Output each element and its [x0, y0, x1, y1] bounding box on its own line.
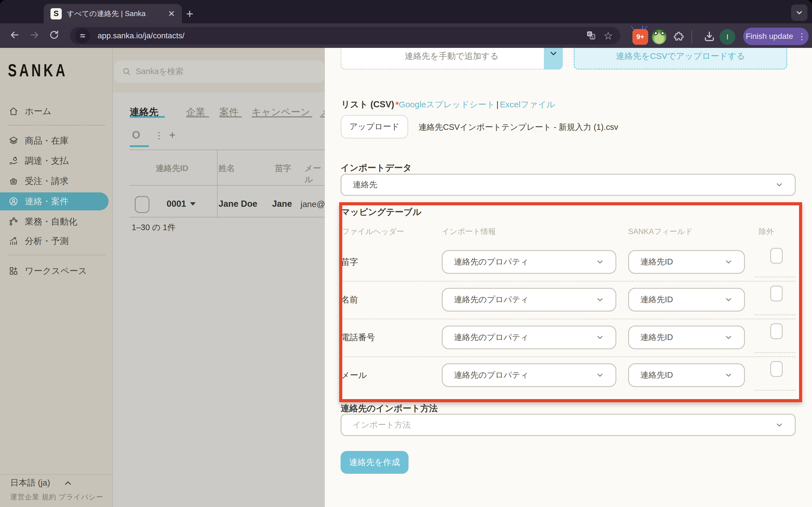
col-header-email[interactable]: メール	[305, 163, 325, 185]
mapping-row-divider	[341, 319, 796, 320]
google-sheet-link[interactable]: Googleスプレッドシート	[399, 100, 495, 109]
layers-icon	[8, 136, 18, 146]
sidebar-item-label: 業務・自動化	[25, 216, 77, 228]
chevron-down-icon	[596, 258, 604, 266]
excel-file-link[interactable]: Excelファイル	[500, 100, 555, 109]
map-row-0-import-info-select[interactable]: 連絡先のプロパティ	[442, 250, 616, 274]
upload-button[interactable]: アップロード	[341, 115, 408, 138]
card-collapse-toggle[interactable]	[544, 48, 563, 69]
upload-csv-card[interactable]: 連絡先をCSVでアップロードする	[574, 48, 787, 69]
import-info-value: 連絡先のプロパティ	[454, 332, 529, 343]
col-header-full-name[interactable]: 姓名	[218, 163, 235, 174]
extension-badge-icon[interactable]: 9+	[632, 29, 648, 45]
browser-menu-dots-icon[interactable]: ⋮	[798, 32, 806, 41]
svg-text:文: 文	[591, 35, 594, 39]
downloads-icon[interactable]	[703, 30, 716, 45]
bookmark-star-icon[interactable]: ☆	[603, 30, 613, 42]
map-row-1-exclude-checkbox[interactable]	[770, 286, 783, 301]
cell-full-name[interactable]: Jane Doe	[218, 199, 257, 209]
import-method-heading: 連絡先のインポート方法	[341, 402, 438, 414]
url-text[interactable]: app.sanka.io/ja/contacts/	[98, 31, 586, 40]
reload-icon[interactable]	[49, 29, 60, 42]
tab-close-icon[interactable]: ✕	[168, 10, 175, 18]
mapping-row-divider	[341, 281, 796, 282]
language-selector[interactable]: 日本語 (ja)	[10, 477, 73, 489]
new-tab-button[interactable]: +	[186, 7, 193, 21]
map-row-2-exclude-checkbox[interactable]	[770, 323, 783, 339]
col-header-contact-id[interactable]: 連絡先ID	[147, 163, 188, 174]
browser-window: S すべての連絡先 | Sanka ✕ + app.sanka.io/ja/co…	[0, 0, 812, 507]
map-row-3-exclude-checkbox[interactable]	[770, 361, 783, 377]
sidebar-item-1[interactable]: 商品・在庫	[0, 132, 113, 150]
add-manually-label: 連絡先を手動で追加する	[405, 50, 499, 62]
import-info-value: 連絡先のプロパティ	[454, 370, 529, 381]
extensions-puzzle-icon[interactable]	[672, 31, 685, 45]
col-file-header: ファイルヘッダー	[342, 226, 404, 237]
url-bar[interactable]: app.sanka.io/ja/contacts/ G文 ☆	[70, 27, 620, 45]
sanka-field-value: 連絡先ID	[640, 332, 673, 343]
sidebar-item-2[interactable]: 調達・支払	[0, 152, 113, 170]
legal-links[interactable]: 運営企業 規約 プライバシー	[10, 492, 103, 502]
link-separator: |	[496, 100, 499, 109]
map-row-3-import-info-select[interactable]: 連絡先のプロパティ	[442, 363, 616, 387]
profile-avatar[interactable]: I	[719, 29, 735, 45]
map-row-3-sanka-field-select[interactable]: 連絡先ID	[628, 363, 745, 387]
sidebar-item-3[interactable]: 受注・請求	[0, 172, 113, 190]
map-row-1-sanka-field-select[interactable]: 連絡先ID	[628, 288, 745, 312]
create-contacts-button[interactable]: 連絡先を作成	[341, 451, 409, 474]
forward-icon[interactable]	[29, 29, 40, 42]
finish-update-button[interactable]: Finish update ⋮	[743, 27, 809, 45]
sidebar-item-label: 受注・請求	[25, 175, 68, 187]
sidebar-item-5[interactable]: 業務・自動化	[0, 213, 113, 231]
sidebar-item-6[interactable]: 分析・予測	[0, 232, 113, 250]
map-row-0-exclude-checkbox[interactable]	[770, 248, 783, 264]
extension-frog-icon[interactable]	[652, 30, 666, 44]
cell-contact-id[interactable]: 0001	[147, 199, 186, 209]
cell-email[interactable]: jane@	[301, 200, 325, 209]
map-row-3-file-header: メール	[341, 370, 367, 381]
import-data-heading: インポートデータ	[341, 162, 412, 174]
exclude-cell-divider	[755, 314, 796, 315]
map-row-2-sanka-field-select[interactable]: 連絡先ID	[628, 326, 745, 349]
chevron-down-icon	[549, 49, 558, 58]
search-placeholder: Sankaを検索	[136, 66, 184, 77]
sidebar-item-7[interactable]: ワークスペース	[0, 262, 113, 280]
add-manually-card[interactable]: 連絡先を手動で追加する	[341, 48, 563, 69]
map-row-2-file-header: 電話番号	[341, 332, 375, 343]
list-csv-label: リスト (CSV)	[341, 100, 394, 109]
upload-csv-label: 連絡先をCSVでアップロードする	[616, 50, 745, 62]
global-search-input[interactable]: Sankaを検索	[114, 60, 324, 83]
workspace-icon	[8, 266, 18, 276]
add-view-button[interactable]: +	[169, 129, 175, 141]
chevron-down-icon	[724, 295, 733, 304]
sidebar-item-label: 商品・在庫	[25, 135, 68, 147]
tab-search-chevron-icon[interactable]	[791, 4, 808, 21]
search-icon	[122, 67, 131, 76]
back-icon[interactable]	[9, 29, 20, 42]
translate-icon[interactable]: G文	[586, 30, 596, 41]
sanka-field-value: 連絡先ID	[640, 370, 673, 381]
sidebar-item-4[interactable]: 連絡・案件	[0, 192, 109, 210]
col-header-first-name[interactable]: 苗字	[275, 163, 291, 174]
sidebar-divider	[8, 125, 105, 126]
table-border	[130, 217, 325, 217]
map-row-2-import-info-select[interactable]: 連絡先のプロパティ	[442, 326, 616, 349]
cell-first-name[interactable]: Jane	[272, 199, 292, 209]
site-settings-icon[interactable]	[75, 28, 90, 43]
map-row-0-sanka-field-select[interactable]: 連絡先ID	[628, 250, 745, 274]
browser-tab[interactable]: S すべての連絡先 | Sanka ✕	[44, 4, 182, 23]
map-row-1-import-info-select[interactable]: 連絡先のプロパティ	[442, 288, 616, 312]
toolbar-separator	[691, 31, 692, 43]
sidebar-footer-divider	[0, 474, 113, 474]
import-method-select[interactable]: インポート方法	[341, 414, 796, 436]
view-tab[interactable]: O	[132, 129, 140, 141]
col-sanka-field: SANKAフィールド	[628, 226, 693, 237]
app-background: SANKA ホーム商品・在庫調達・支払受注・請求連絡・案件業務・自動化分析・予測…	[0, 48, 325, 507]
import-modal: 連絡先を手動で追加する 連絡先をCSVでアップロードする リスト (CSV) *…	[325, 48, 812, 507]
chevron-down-icon	[775, 421, 783, 429]
sanka-field-value: 連絡先ID	[640, 294, 673, 305]
view-options-dots-icon[interactable]: ⋮	[154, 130, 163, 141]
sidebar-item-0[interactable]: ホーム	[0, 102, 113, 120]
row-expand-caret-icon[interactable]	[190, 202, 196, 206]
import-data-select[interactable]: 連絡先	[341, 174, 796, 196]
